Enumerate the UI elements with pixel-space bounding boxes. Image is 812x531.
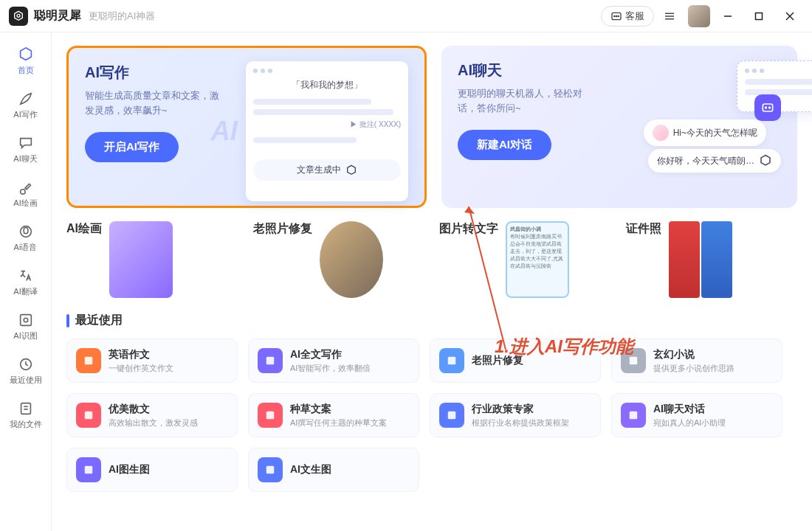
close-button[interactable] [777, 5, 803, 27]
hero-chat-desc: 更聪明的聊天机器人，轻松对话，答你所问~ [458, 86, 600, 115]
svg-rect-16 [21, 403, 30, 414]
recent-item[interactable]: 英语作文一键创作英文作文 [66, 339, 238, 383]
sidebar-item-home[interactable]: 首页 [4, 40, 48, 83]
recent-item[interactable]: AI全文写作AI智能写作，效率翻倍 [248, 339, 419, 383]
chat-face-icon [754, 94, 781, 121]
recent-item-desc: 根据行业名称提供政策框架 [472, 417, 569, 428]
recent-item-desc: AI撰写任何主题的种草文案 [290, 417, 387, 428]
recent-item-icon [258, 457, 283, 482]
svg-point-4 [618, 15, 619, 16]
feature-photo-restore[interactable]: 老照片修复 [253, 221, 425, 298]
sidebar: 首页 AI写作 AI聊天 AI绘画 Ai语音 AI翻译 AI识图 最近使用 我的… [0, 32, 52, 531]
app-logo-icon [9, 7, 28, 26]
sidebar-item-writing[interactable]: AI写作 [4, 84, 48, 127]
svg-point-20 [765, 107, 767, 108]
sidebar-item-image-recognition[interactable]: AI识图 [4, 305, 48, 348]
recent-item-title: AI文生图 [290, 463, 331, 476]
chat-bubble-1: Hi~今天的天气怎样呢 [644, 119, 766, 146]
sidebar-item-voice[interactable]: Ai语音 [4, 217, 48, 260]
ocr-preview-icon: 武昌街的小调有时候到重庆南路买书总会不自觉地望武昌街走去，到了，是这发现武昌街大… [506, 221, 569, 298]
recent-item-icon [439, 348, 464, 373]
recent-item-desc: 宛如真人的AI小助理 [653, 417, 726, 428]
recent-item-title: 种草文案 [290, 403, 387, 416]
recent-item-icon [621, 348, 646, 373]
svg-rect-31 [266, 466, 275, 474]
photo-preview-icon [320, 221, 383, 298]
minimize-button[interactable] [715, 5, 741, 27]
recent-item-desc: 提供更多小说创作思路 [653, 363, 734, 374]
hero-write-desc: 智能生成高质量文章和文案，激发灵感，效率飙升~ [85, 88, 227, 117]
recent-item-desc: 一键创作英文作文 [109, 363, 173, 374]
hero-chat-title: AI聊天 [458, 60, 600, 80]
feature-id-photo[interactable]: 证件照 [626, 221, 798, 298]
recent-item-title: 行业政策专家 [472, 403, 569, 416]
svg-point-0 [17, 14, 20, 17]
svg-rect-29 [630, 412, 638, 420]
sidebar-item-translate[interactable]: AI翻译 [4, 261, 48, 304]
recent-item[interactable]: AI图生图 [66, 448, 238, 492]
recent-item-desc: 高效输出散文，激发灵感 [109, 417, 198, 428]
svg-rect-13 [20, 315, 31, 326]
chat-bubble-2: 你好呀，今天天气晴朗… [648, 149, 781, 173]
recent-item-title: 老照片修复 [472, 354, 523, 367]
hamburger-menu-icon[interactable] [658, 5, 681, 27]
recent-section-title: 最近使用 [66, 313, 797, 328]
recent-item-icon [439, 403, 464, 428]
ai-mark-icon: AI [211, 116, 238, 147]
recent-item-icon [76, 457, 101, 482]
svg-rect-25 [630, 357, 638, 365]
new-ai-chat-button[interactable]: 新建AI对话 [458, 130, 551, 160]
feature-ai-painting[interactable]: AI绘画 [66, 221, 238, 298]
recent-item-icon [76, 403, 101, 428]
recent-item[interactable]: 行业政策专家根据行业名称提供政策框架 [430, 393, 601, 437]
hero-write-title: AI写作 [85, 63, 227, 83]
maximize-button[interactable] [746, 5, 772, 27]
svg-point-3 [616, 15, 616, 16]
svg-rect-28 [448, 412, 456, 420]
sidebar-item-recent[interactable]: 最近使用 [4, 350, 48, 392]
app-tagline: 更聪明的AI神器 [89, 10, 155, 23]
hero-ai-chat[interactable]: AI聊天 更聪明的聊天机器人，轻松对话，答你所问~ 新建AI对话 Hi~今天的天… [441, 46, 797, 208]
recent-item-title: AI图生图 [109, 463, 150, 476]
recent-item-title: AI全文写作 [290, 348, 371, 361]
avatar[interactable] [688, 5, 710, 27]
svg-rect-30 [85, 466, 93, 474]
sidebar-item-painting[interactable]: AI绘画 [4, 173, 48, 215]
recent-item-title: 玄幻小说 [653, 348, 734, 361]
recent-item-desc: AI智能写作，效率翻倍 [290, 363, 371, 374]
sidebar-item-files[interactable]: 我的文件 [4, 394, 48, 437]
recent-item[interactable]: 种草文案AI撰写任何主题的种草文案 [248, 393, 419, 437]
recent-item[interactable]: 老照片修复 [430, 339, 601, 383]
recent-item-icon [258, 403, 283, 428]
recent-item[interactable]: AI文生图 [248, 448, 419, 492]
sidebar-item-chat[interactable]: AI聊天 [4, 128, 48, 171]
start-ai-writing-button[interactable]: 开启AI写作 [85, 132, 179, 162]
mock-window: 「我和我的梦想」 ▶ 批注( XXXX) 文章生成中 [246, 61, 408, 201]
svg-rect-19 [763, 104, 772, 111]
svg-rect-26 [85, 412, 93, 420]
recent-item-title: AI聊天对话 [653, 403, 726, 416]
recent-item-icon [258, 348, 283, 373]
svg-point-14 [24, 318, 28, 322]
recent-item[interactable]: 优美散文高效输出散文，激发灵感 [66, 393, 238, 437]
app-title: 聪明灵犀 [34, 8, 81, 24]
recent-item-icon [621, 403, 646, 428]
svg-rect-24 [448, 357, 456, 365]
hero-ai-writing[interactable]: AI写作 智能生成高质量文章和文案，激发灵感，效率飙升~ 开启AI写作 AI 「… [66, 46, 427, 208]
recent-item[interactable]: AI聊天对话宛如真人的AI小助理 [611, 393, 782, 437]
svg-rect-27 [266, 412, 275, 420]
svg-point-2 [614, 15, 615, 16]
svg-rect-22 [85, 357, 93, 365]
feature-image-to-text[interactable]: 图片转文字 武昌街的小调有时候到重庆南路买书总会不自觉地望武昌街走去，到了，是这… [439, 221, 611, 298]
recent-item-title: 优美散文 [109, 403, 198, 416]
painting-preview-icon [109, 221, 173, 298]
svg-rect-9 [756, 13, 763, 19]
id-photo-preview-icon [669, 221, 732, 298]
customer-service-button[interactable]: 客服 [601, 6, 654, 27]
svg-point-21 [769, 107, 771, 108]
svg-rect-23 [266, 357, 275, 365]
recent-item-title: 英语作文 [109, 348, 173, 361]
recent-item-icon [76, 348, 101, 373]
recent-item[interactable]: 玄幻小说提供更多小说创作思路 [611, 339, 782, 383]
